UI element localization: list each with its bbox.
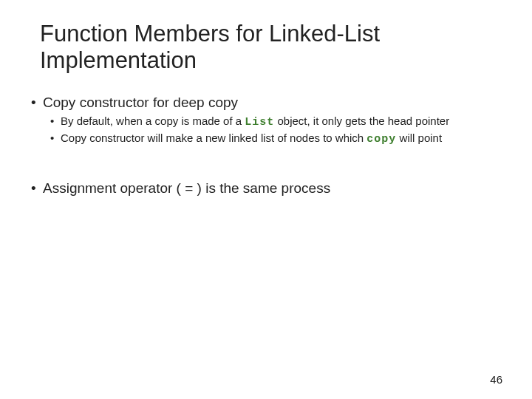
sub-text: object, it only gets the head pointer: [274, 115, 449, 127]
bullet-item: Assignment operator ( = ) is the same pr…: [30, 180, 502, 197]
sub-text: will point: [396, 132, 442, 144]
sub-text: Copy constructor will make a new linked …: [61, 132, 366, 144]
sub-text: By default, when a copy is made of a: [61, 115, 245, 127]
slide-title: Function Members for Linked-List Impleme…: [40, 21, 502, 73]
bullet-list: Assignment operator ( = ) is the same pr…: [30, 180, 502, 197]
code-token: copy: [366, 133, 396, 146]
bullet-text: Assignment operator ( = ) is the same pr…: [43, 180, 330, 196]
sub-bullet-item: Copy constructor will make a new linked …: [50, 132, 502, 147]
code-token: List: [245, 116, 274, 129]
bullet-text: Copy constructor for deep copy: [43, 95, 238, 110]
sub-bullet-list: By default, when a copy is made of a Lis…: [43, 115, 502, 147]
bullet-list: Copy constructor for deep copy By defaul…: [30, 94, 502, 146]
page-number: 46: [490, 373, 502, 386]
sub-bullet-item: By default, when a copy is made of a Lis…: [50, 115, 502, 130]
bullet-item: Copy constructor for deep copy By defaul…: [30, 94, 502, 146]
